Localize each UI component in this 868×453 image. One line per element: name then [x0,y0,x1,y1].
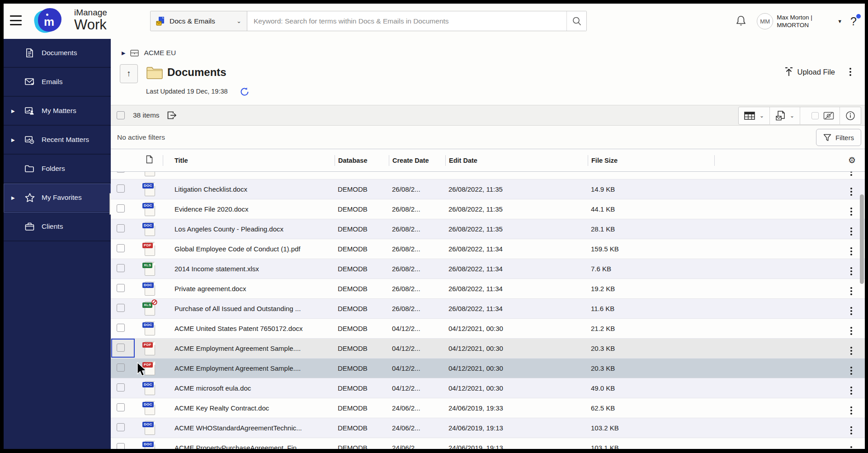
refresh-icon[interactable] [240,87,250,97]
row-checkbox[interactable] [117,443,125,449]
preview-off-icon[interactable] [823,111,834,120]
row-menu-kebab[interactable] [850,387,852,395]
table-row[interactable]: DOC ACME WHOStandardAgreementTechnic... … [111,418,865,438]
send-export-button[interactable]: ⌄ [770,107,800,124]
row-checkbox[interactable] [117,304,125,312]
table-row[interactable]: DOC Los Angeles County - Pleading.docx D… [111,219,865,239]
breadcrumb[interactable]: ▶ ACME EU [122,49,176,57]
expand-arrow-icon[interactable]: ▶ [11,109,15,113]
document-title[interactable]: Private agreement.docx [163,285,335,293]
column-header-file-size[interactable]: File Size [588,155,714,166]
search-input[interactable] [247,11,566,31]
expand-arrow-icon[interactable]: ▶ [11,195,15,200]
table-row[interactable]: XLS 2014 Income statement.xlsx DEMODB 26… [111,259,865,279]
view-selector-button[interactable]: ⌄ [739,107,770,124]
row-menu-kebab[interactable] [850,208,852,216]
row-checkbox[interactable] [117,403,125,411]
row-menu-kebab[interactable] [850,347,852,355]
row-checkbox[interactable] [117,184,125,193]
table-row[interactable]: PDF ACME Employment Agreement Sample....… [111,359,865,378]
user-menu-caret-icon[interactable]: ▼ [837,19,842,24]
document-title[interactable]: 2014 Income statement.xlsx [163,265,335,273]
column-header-create-date[interactable]: Create Date [389,155,445,166]
row-menu-kebab[interactable] [850,426,852,434]
folder-menu-kebab[interactable] [849,68,851,76]
document-title[interactable]: ACME PropertyPurchaseAgreement_Fin... [163,444,335,449]
filters-button[interactable]: Filters [816,129,861,146]
document-title[interactable]: Global Employee Code of Conduct (1).pdf [163,245,335,253]
sidebar-item-clients[interactable]: Clients [4,212,111,241]
table-row[interactable]: DOC ACME PropertyPurchaseAgreement_Fin..… [111,438,865,449]
row-checkbox[interactable] [117,363,125,372]
table-row[interactable]: DOC Evidence File 2020.docx DEMODB 26/08… [111,199,865,219]
search-button[interactable] [566,11,586,31]
file-type-column-icon[interactable] [146,155,153,166]
column-header-title[interactable]: Title [163,155,335,166]
sidebar-item-folders[interactable]: Folders [4,155,111,184]
row-checkbox[interactable] [117,344,125,352]
document-title[interactable]: ACME microsoft eula.doc [163,384,335,392]
hamburger-menu-icon[interactable] [10,15,22,25]
notifications-bell-icon[interactable] [735,15,747,28]
row-checkbox[interactable] [117,324,125,332]
table-row[interactable]: DOC Litigation Checklist.docx DEMODB 26/… [111,179,865,199]
select-all-checkbox[interactable] [117,111,125,119]
row-menu-kebab[interactable] [850,172,852,176]
preview-checkbox[interactable] [811,112,819,119]
table-row[interactable]: DOC Private agreement.docx DEMODB 26/08/… [111,279,865,299]
row-menu-kebab[interactable] [850,247,852,255]
row-menu-kebab[interactable] [850,227,852,236]
table-row[interactable]: DOC ACME Key Realty Contract.doc DEMODB … [111,398,865,418]
table-row[interactable]: DOC ACME United States Patent 7650172.do… [111,319,865,339]
sidebar-item-my-favorites[interactable]: ▶ My Favorites [4,184,111,212]
table-row[interactable]: PDF Global Employee Code of Conduct (1).… [111,239,865,259]
breadcrumb-label[interactable]: ACME EU [144,49,176,57]
document-title[interactable]: Los Angeles County - Pleading.docx [163,225,335,233]
sidebar-item-recent-matters[interactable]: ▶ Recent Matters [4,126,111,155]
document-title[interactable]: ACME Employment Agreement Sample.... [163,364,335,372]
row-menu-kebab[interactable] [850,367,852,375]
row-checkbox[interactable] [117,284,125,292]
table-row[interactable]: PDF ACME Employment Agreement Sample....… [111,339,865,359]
row-menu-kebab[interactable] [850,188,852,196]
document-title[interactable]: ACME United States Patent 7650172.docx [163,325,335,332]
info-button[interactable] [840,107,861,124]
row-menu-kebab[interactable] [850,406,852,415]
row-checkbox[interactable] [117,264,125,272]
table-row[interactable]: DOC [111,172,865,179]
row-checkbox[interactable] [117,423,125,431]
sidebar-item-documents[interactable]: Documents [4,39,111,68]
scrollbar-thumb[interactable] [860,194,864,284]
column-header-edit-date[interactable]: Edit Date [445,155,588,166]
row-checkbox[interactable] [117,224,125,232]
user-name[interactable]: Max Morton | MMORTON [777,14,820,29]
table-row[interactable]: DOC ACME microsoft eula.doc DEMODB 04/12… [111,378,865,398]
avatar[interactable]: MM [757,13,773,29]
sidebar-item-emails[interactable]: Emails [4,68,111,97]
sidebar-item-my-matters[interactable]: ▶ My Matters [4,97,111,126]
row-menu-kebab[interactable] [850,446,852,449]
row-checkbox[interactable] [117,172,125,173]
help-button[interactable]: ? [850,15,857,28]
search-scope-selector[interactable]: Docs & Emails ⌄ [151,11,247,31]
row-menu-kebab[interactable] [850,287,852,295]
export-list-icon[interactable] [167,111,177,120]
document-title[interactable]: ACME Employment Agreement Sample.... [163,344,335,352]
navigate-up-button[interactable]: ↑ [120,64,138,83]
row-checkbox[interactable] [117,383,125,392]
row-menu-kebab[interactable] [850,307,852,315]
row-checkbox[interactable] [117,244,125,252]
row-menu-kebab[interactable] [850,327,852,335]
column-settings-gear-icon[interactable]: ⚙ [848,155,856,165]
document-title[interactable]: Evidence File 2020.docx [163,205,335,213]
document-title[interactable]: ACME Key Realty Contract.doc [163,404,335,412]
column-header-database[interactable]: Database [335,155,389,166]
document-title[interactable]: ACME WHOStandardAgreementTechnic... [163,424,335,432]
imanage-logo[interactable]: m [34,7,67,35]
row-checkbox[interactable] [117,204,125,212]
breadcrumb-expand-icon[interactable]: ▶ [122,50,125,56]
table-row[interactable]: XLS Purchase of All Issued and Outstandi… [111,299,865,319]
expand-arrow-icon[interactable]: ▶ [11,137,15,142]
document-title[interactable]: Litigation Checklist.docx [163,185,335,193]
document-title[interactable]: Purchase of All Issued and Outstanding .… [163,305,335,312]
